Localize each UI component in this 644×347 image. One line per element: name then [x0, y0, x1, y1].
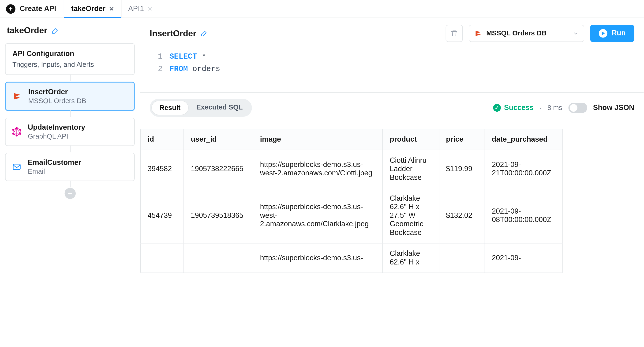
step-header: InsertOrder MSSQL Orders DB: [140, 18, 644, 48]
tab-executed-sql[interactable]: Executed SQL: [189, 100, 250, 115]
svg-point-1: [16, 127, 17, 129]
graphql-icon: [12, 127, 22, 137]
step-title: InsertOrder: [150, 28, 196, 38]
step-integration: Email: [28, 168, 81, 175]
tab-label: takeOrder: [71, 5, 106, 13]
result-tabs: Result Executed SQL: [150, 99, 252, 117]
api-name: takeOrder: [7, 26, 47, 36]
main-panel: InsertOrder MSSQL Orders DB: [140, 18, 644, 273]
line-number: 2: [150, 63, 163, 75]
svg-point-6: [13, 129, 14, 130]
api-configuration-card[interactable]: API Configuration Triggers, Inputs, and …: [5, 43, 135, 75]
cell-user-id: 1905738222665: [184, 150, 253, 188]
add-step-button[interactable]: +: [64, 188, 76, 199]
col-product[interactable]: product: [383, 129, 439, 150]
sql-editor[interactable]: 1 SELECT * 2 FROM orders: [140, 48, 644, 92]
cell-price: [439, 243, 485, 273]
step-insertorder[interactable]: InsertOrder MSSQL Orders DB: [5, 82, 135, 111]
step-name: InsertOrder: [28, 88, 86, 96]
create-api-label: Create API: [20, 5, 56, 13]
cell-date: 2021-09-08T00:00:00.000Z: [485, 188, 563, 243]
cell-product: Ciotti Alinru Ladder Bookcase: [383, 150, 439, 188]
run-button[interactable]: Run: [590, 25, 634, 42]
show-json-toggle[interactable]: [568, 103, 587, 113]
tab-result[interactable]: Result: [152, 100, 189, 115]
svg-point-5: [13, 133, 14, 134]
edit-icon[interactable]: [52, 27, 58, 34]
check-icon: ✓: [493, 104, 500, 112]
trash-icon: [450, 30, 458, 37]
svg-rect-7: [13, 164, 20, 170]
cell-id: 394582: [140, 150, 184, 188]
cell-id: 454739: [140, 188, 184, 243]
col-price[interactable]: price: [439, 129, 485, 150]
table-row[interactable]: https://superblocks-demo.s3.us- Clarklak…: [140, 243, 563, 273]
cell-image: https://superblocks-demo.s3.us-: [253, 243, 383, 273]
col-user-id[interactable]: user_id: [184, 129, 253, 150]
cell-date: 2021-09-: [485, 243, 563, 273]
play-icon: [599, 29, 608, 38]
execution-time: 8 ms: [548, 104, 562, 112]
cell-image: https://superblocks-demo.s3.us-west-2.am…: [253, 150, 383, 188]
result-table-container: id user_id image product price date_purc…: [140, 123, 644, 273]
edit-icon[interactable]: [200, 30, 208, 37]
col-date-purchased[interactable]: date_purchased: [485, 129, 563, 150]
delete-button[interactable]: [446, 25, 463, 42]
cell-price: $119.99: [439, 150, 485, 188]
line-number: 1: [150, 50, 163, 63]
step-integration: MSSQL Orders DB: [28, 97, 86, 105]
tab-takeorder[interactable]: takeOrder ✕: [64, 0, 121, 18]
table-row[interactable]: 454739 1905739518365 https://superblocks…: [140, 188, 563, 243]
tab-label: API1: [128, 5, 144, 13]
cell-product: Clarklake 62.6" H x 27.5" W Geometric Bo…: [383, 188, 439, 243]
datasource-label: MSSQL Orders DB: [486, 30, 546, 37]
api-title: takeOrder: [5, 26, 135, 36]
chevron-down-icon: [573, 31, 579, 37]
close-icon[interactable]: ✕: [148, 6, 152, 12]
svg-point-2: [20, 129, 21, 130]
step-name: EmailCustomer: [28, 158, 81, 167]
run-label: Run: [612, 29, 626, 38]
config-title: API Configuration: [12, 50, 128, 58]
plus-icon: +: [6, 4, 16, 13]
cell-product: Clarklake 62.6" H x: [383, 243, 439, 273]
step-updateinventory[interactable]: UpdateInventory GraphQL API: [5, 118, 135, 146]
cell-date: 2021-09-21T00:00:00.000Z: [485, 150, 563, 188]
tab-api1[interactable]: API1 ✕: [121, 0, 159, 18]
step-emailcustomer[interactable]: EmailCustomer Email: [5, 153, 135, 181]
col-id[interactable]: id: [140, 129, 184, 150]
mssql-icon: [474, 30, 482, 37]
step-integration: GraphQL API: [28, 133, 85, 140]
table-row[interactable]: 394582 1905738222665 https://superblocks…: [140, 150, 563, 188]
show-json-label: Show JSON: [593, 103, 634, 112]
email-icon: [12, 162, 22, 172]
close-icon[interactable]: ✕: [109, 6, 114, 12]
timing-dot: ·: [540, 104, 541, 112]
mssql-icon: [12, 91, 22, 102]
cell-user-id: 1905739518365: [184, 188, 253, 243]
cell-price: $132.02: [439, 188, 485, 243]
cell-image: https://superblocks-demo.s3.us-west-2.am…: [253, 188, 383, 243]
col-image[interactable]: image: [253, 129, 383, 150]
sidebar: takeOrder API Configuration Triggers, In…: [0, 18, 140, 273]
config-subtitle: Triggers, Inputs, and Alerts: [12, 61, 128, 69]
cell-user-id: [184, 243, 253, 273]
svg-point-4: [16, 135, 17, 136]
result-table: id user_id image product price date_purc…: [140, 129, 563, 273]
create-api-button[interactable]: + Create API: [6, 4, 64, 13]
result-toolbar: Result Executed SQL ✓ Success · 8 ms Sho…: [140, 92, 644, 123]
cell-id: [140, 243, 184, 273]
step-name: UpdateInventory: [28, 123, 85, 132]
datasource-select[interactable]: MSSQL Orders DB: [469, 25, 584, 42]
svg-point-3: [20, 133, 21, 134]
tab-bar: + Create API takeOrder ✕ API1 ✕: [0, 0, 644, 18]
status-badge: ✓ Success: [493, 103, 534, 112]
table-header-row: id user_id image product price date_purc…: [140, 129, 563, 150]
